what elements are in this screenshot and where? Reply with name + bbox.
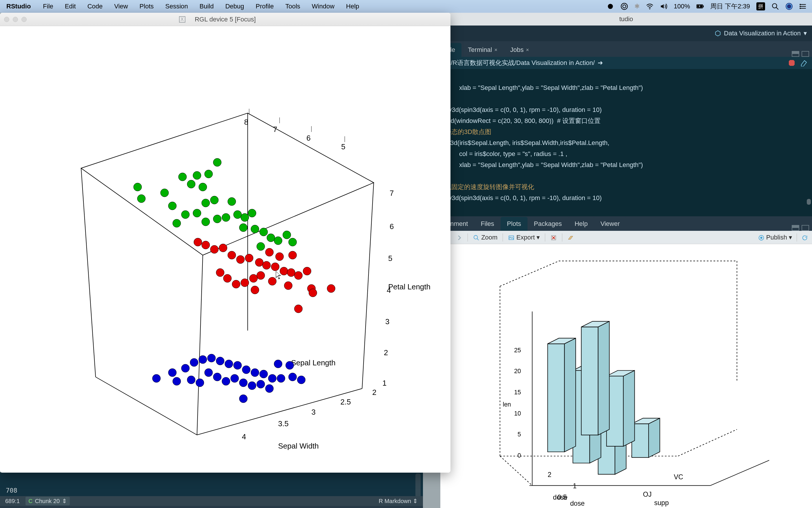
svg-point-72: [193, 171, 201, 179]
menu-build[interactable]: Build: [194, 3, 220, 10]
tab-viewer[interactable]: Viewer: [594, 217, 626, 231]
tab-label: Files: [481, 220, 494, 227]
svg-point-124: [152, 374, 160, 382]
tab-help[interactable]: Help: [568, 217, 594, 231]
svg-text:2: 2: [372, 388, 376, 397]
tab-jobs[interactable]: Jobs×: [504, 43, 535, 57]
svg-point-117: [294, 305, 302, 313]
menu-profile[interactable]: Profile: [250, 3, 280, 10]
svg-point-106: [294, 271, 302, 280]
publish-label: Publish: [766, 234, 787, 241]
tab-packages[interactable]: Packages: [528, 217, 568, 231]
clear-console-icon[interactable]: [800, 59, 808, 67]
svg-point-97: [219, 244, 227, 252]
rstudio-titlebar: tudio: [440, 13, 812, 26]
menu-window[interactable]: Window: [306, 3, 340, 10]
input-method-icon[interactable]: 拼: [756, 2, 765, 10]
clear-all-plots-icon[interactable]: [568, 234, 574, 241]
svg-text:1: 1: [382, 379, 386, 387]
pane-resize-icons[interactable]: [792, 51, 812, 57]
console-output[interactable]: xlab = "Sepal Length",ylab = "Sepal Widt…: [440, 69, 812, 216]
scrollbar[interactable]: [416, 473, 421, 497]
menu-code[interactable]: Code: [82, 3, 109, 10]
menu-help[interactable]: Help: [340, 3, 365, 10]
svg-point-86: [239, 223, 247, 232]
next-plot-icon[interactable]: [456, 234, 462, 241]
cc-icon[interactable]: [621, 3, 628, 10]
bluetooth-icon[interactable]: ✱: [634, 3, 640, 10]
close-icon[interactable]: ×: [494, 47, 498, 53]
chunk-indicator[interactable]: CChunk 20⇕: [26, 497, 70, 505]
svg-point-115: [216, 268, 224, 277]
svg-point-147: [266, 384, 274, 393]
bar3d-plot: 0 5 10 15 20 25 len: [440, 244, 812, 508]
svg-text:20: 20: [514, 368, 521, 375]
refresh-plot-icon[interactable]: [802, 234, 808, 241]
export-label: Export: [517, 234, 535, 241]
record-icon[interactable]: [607, 3, 614, 10]
svg-point-153: [173, 377, 181, 385]
siri-icon[interactable]: [785, 3, 793, 10]
svg-point-116: [251, 286, 259, 294]
svg-point-152: [274, 360, 282, 368]
rgl-titlebar[interactable]: X RGL device 5 [Focus]: [0, 13, 450, 26]
svg-text:Sepal Length: Sepal Length: [291, 358, 335, 367]
plots-pane[interactable]: 0 5 10 15 20 25 len: [440, 244, 812, 508]
svg-point-82: [193, 209, 201, 217]
svg-text:8: 8: [244, 118, 248, 126]
svg-point-128: [199, 355, 207, 364]
menu-file[interactable]: File: [37, 3, 59, 10]
project-selector[interactable]: Data Visualization in Action ▾: [440, 26, 812, 41]
pane-resize-icons[interactable]: [792, 225, 812, 231]
tab-label: Help: [574, 220, 587, 227]
wifi-icon[interactable]: [646, 3, 654, 10]
tab-terminal[interactable]: Terminal×: [462, 43, 504, 57]
menu-tools[interactable]: Tools: [280, 3, 306, 10]
rgl-3d-scatter[interactable]: 8 7 6 5 7 6 5 4 3 2: [0, 26, 450, 473]
menu-extras-icon[interactable]: [799, 3, 807, 10]
svg-point-94: [194, 238, 202, 246]
clock[interactable]: 周日 下午2:39: [710, 2, 750, 11]
svg-point-77: [241, 213, 249, 221]
close-icon[interactable]: ×: [526, 47, 529, 53]
xquartz-icon: X: [179, 16, 185, 23]
tab-plots[interactable]: Plots: [500, 217, 528, 231]
stop-icon[interactable]: [788, 59, 795, 67]
svg-point-14: [800, 4, 801, 5]
menu-debug[interactable]: Debug: [220, 3, 250, 10]
svg-text:15: 15: [514, 389, 521, 396]
battery-icon[interactable]: [697, 3, 704, 10]
volume-icon[interactable]: [660, 3, 667, 10]
svg-rect-5: [703, 5, 704, 7]
svg-text:supp: supp: [654, 499, 669, 507]
app-name[interactable]: RStudio: [0, 3, 37, 10]
svg-text:Sepal Width: Sepal Width: [278, 441, 319, 450]
svg-text:OJ: OJ: [643, 491, 652, 498]
filetype-select[interactable]: R Markdown ⇕: [379, 498, 418, 505]
svg-text:5: 5: [388, 254, 392, 263]
menu-edit[interactable]: Edit: [59, 3, 82, 10]
rgl-window[interactable]: X RGL device 5 [Focus] 8 7: [0, 13, 450, 473]
svg-point-99: [236, 255, 244, 263]
svg-text:25: 25: [514, 347, 521, 354]
goto-arrow-icon[interactable]: ➜: [598, 59, 603, 67]
svg-marker-17: [789, 60, 795, 66]
menu-session[interactable]: Session: [160, 3, 194, 10]
menu-view[interactable]: View: [108, 3, 134, 10]
remove-plot-icon[interactable]: [551, 234, 557, 241]
menu-plots[interactable]: Plots: [134, 3, 160, 10]
svg-point-80: [213, 215, 221, 223]
svg-text:10: 10: [514, 410, 521, 417]
spotlight-icon[interactable]: [771, 3, 779, 10]
svg-point-96: [210, 245, 219, 253]
svg-point-0: [608, 4, 613, 9]
scrollbar-thumb[interactable]: [807, 199, 811, 205]
publish-button[interactable]: Publish ▾: [758, 234, 792, 241]
window-traffic-lights[interactable]: [4, 17, 27, 22]
svg-point-69: [160, 189, 169, 197]
export-button[interactable]: Export ▾: [508, 234, 540, 241]
svg-text:5: 5: [341, 142, 345, 151]
tab-files[interactable]: Files: [474, 217, 500, 231]
zoom-button[interactable]: Zoom: [473, 234, 497, 241]
svg-point-7: [772, 3, 777, 8]
